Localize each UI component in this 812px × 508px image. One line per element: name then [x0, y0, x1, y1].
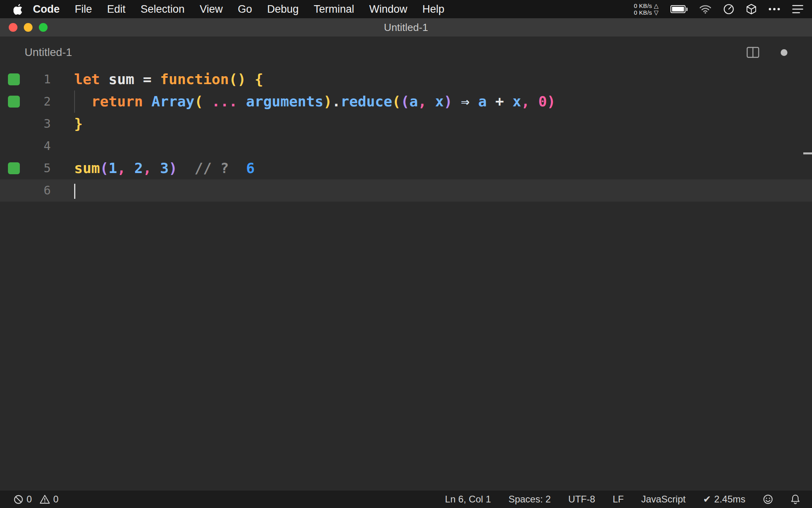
code-line[interactable]: 5sum(1, 2, 3) // ? 6: [0, 157, 812, 179]
notifications-bell-icon[interactable]: [791, 494, 800, 504]
menu-item-code[interactable]: Code: [25, 3, 67, 15]
menu-item-file[interactable]: File: [67, 3, 100, 15]
gutter-mark: [0, 90, 21, 113]
coverage-square-icon: [8, 96, 20, 108]
error-icon: [13, 495, 23, 504]
menu-item-help[interactable]: Help: [415, 3, 452, 15]
gutter-mark-empty: [0, 179, 21, 202]
ellipsis-icon[interactable]: [768, 8, 780, 11]
traffic-light-close[interactable]: [9, 23, 17, 32]
code-lines: 1let sum = function() {2 return Array( .…: [0, 68, 812, 202]
cursor-position[interactable]: Ln 6, Col 1: [445, 494, 491, 505]
cube-icon[interactable]: [746, 4, 756, 15]
gutter-mark-empty: [0, 113, 21, 135]
check-icon: ✔: [703, 494, 711, 505]
menu-item-window[interactable]: Window: [362, 3, 415, 15]
line-content: }: [74, 113, 83, 135]
menu-bar: Code File Edit Selection View Go Debug T…: [0, 0, 812, 18]
language-mode[interactable]: JavaScript: [641, 494, 686, 505]
text-cursor: [74, 184, 75, 199]
line-content: let sum = function() {: [74, 68, 263, 90]
network-speed-indicator[interactable]: 0 KB/s △ 0 KB/s ▽: [634, 2, 659, 16]
split-editor-icon[interactable]: [747, 47, 759, 58]
line-number[interactable]: 6: [21, 179, 51, 202]
code-line[interactable]: 3}: [0, 113, 812, 135]
feedback-smiley-icon[interactable]: [763, 494, 773, 504]
indentation-setting[interactable]: Spaces: 2: [508, 494, 551, 505]
code-line[interactable]: 1let sum = function() {: [0, 68, 812, 90]
line-number[interactable]: 2: [21, 90, 51, 113]
wifi-icon[interactable]: [699, 5, 711, 14]
compass-icon[interactable]: [723, 4, 734, 15]
error-count: 0: [27, 494, 32, 505]
battery-icon[interactable]: [670, 5, 688, 13]
line-number[interactable]: 3: [21, 113, 51, 135]
apple-menu[interactable]: [13, 4, 23, 15]
problems-warnings[interactable]: 0: [40, 494, 58, 505]
code-line[interactable]: 2 return Array( ... arguments).reduce((a…: [0, 90, 812, 113]
line-number[interactable]: 1: [21, 68, 51, 90]
encoding-setting[interactable]: UTF-8: [568, 494, 595, 505]
line-number[interactable]: 4: [21, 135, 51, 157]
menu-item-terminal[interactable]: Terminal: [306, 3, 362, 15]
line-number[interactable]: 5: [21, 157, 51, 179]
menu-item-selection[interactable]: Selection: [133, 3, 192, 15]
net-up-label: 0 KB/s △: [634, 2, 659, 9]
warning-icon: [40, 495, 50, 504]
perf-time: 2.45ms: [714, 494, 745, 505]
warning-count: 0: [53, 494, 58, 505]
apple-icon: [13, 4, 23, 15]
net-down-label: 0 KB/s ▽: [634, 9, 659, 16]
window-title: Untitled-1: [384, 21, 428, 34]
menu-item-edit[interactable]: Edit: [100, 3, 133, 15]
menu-item-go[interactable]: Go: [230, 3, 260, 15]
menu-item-view[interactable]: View: [192, 3, 230, 15]
coverage-square-icon: [8, 162, 20, 174]
status-bar: 0 0 Ln 6, Col 1 Spaces: 2 UTF-8 LF JavaS…: [0, 491, 812, 508]
gutter-mark-empty: [0, 135, 21, 157]
line-content: return Array( ... arguments).reduce((a, …: [74, 90, 555, 113]
problems-errors[interactable]: 0: [13, 494, 32, 505]
perf-indicator[interactable]: ✔ 2.45ms: [703, 494, 745, 505]
menu-list-icon[interactable]: [792, 5, 803, 13]
menu-item-debug[interactable]: Debug: [260, 3, 306, 15]
gutter-mark: [0, 157, 21, 179]
eol-setting[interactable]: LF: [613, 494, 624, 505]
editor-header: Untitled-1: [0, 37, 812, 68]
traffic-light-minimize[interactable]: [24, 23, 33, 32]
window-title-bar: Untitled-1: [0, 18, 812, 37]
traffic-light-zoom[interactable]: [39, 23, 48, 32]
code-line[interactable]: 6: [0, 179, 812, 202]
overview-ruler-mark: [803, 152, 812, 154]
line-content: sum(1, 2, 3) // ? 6: [74, 157, 255, 179]
indent-guide: [74, 90, 75, 113]
code-line[interactable]: 4: [0, 135, 812, 157]
gutter-mark: [0, 68, 21, 90]
line-content: [74, 179, 75, 202]
tab-filename[interactable]: Untitled-1: [25, 46, 72, 59]
modified-indicator-dot[interactable]: [781, 49, 787, 56]
coverage-square-icon: [8, 73, 20, 85]
code-editor[interactable]: 1let sum = function() {2 return Array( .…: [0, 68, 812, 491]
